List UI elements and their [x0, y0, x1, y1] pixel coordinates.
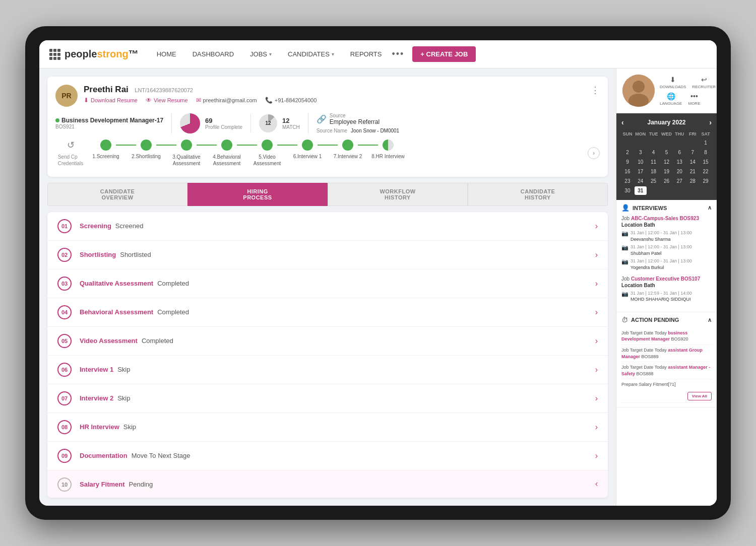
cal-day-12[interactable]: 12 — [661, 158, 673, 166]
step-row-video[interactable]: 05 Video Assessment Completed › — [47, 327, 608, 356]
cal-day-2[interactable]: 2 — [621, 148, 634, 157]
right-sidebar: ⬇ DOWNLOADS ↩ RECRUITER 🌐 LANGUAG — [616, 69, 717, 506]
step-row-screening[interactable]: 01 Screening Screened › — [47, 212, 608, 241]
cal-day-empty-4 — [661, 139, 673, 147]
cal-day-5[interactable]: 5 — [661, 148, 673, 157]
cal-day-3[interactable]: 3 — [635, 148, 647, 157]
sidebar-profile-section: ⬇ DOWNLOADS ↩ RECRUITER 🌐 LANGUAG — [616, 69, 717, 113]
cal-day-22[interactable]: 22 — [700, 167, 712, 176]
cal-day-1[interactable]: 1 — [700, 139, 712, 147]
step-chevron-4: › — [595, 308, 598, 317]
nav-candidates[interactable]: CANDIDATES▾ — [282, 47, 340, 61]
step-row-documentation[interactable]: 09 Documentation Move To Next Stage › — [47, 442, 608, 470]
cal-day-15[interactable]: 15 — [700, 158, 712, 166]
cal-day-24[interactable]: 24 — [635, 177, 647, 185]
pipeline-interview2[interactable]: 7.Interview 2 — [328, 140, 368, 159]
create-job-button[interactable]: + CREATE JOB — [412, 46, 476, 62]
cal-day-9[interactable]: 9 — [621, 158, 634, 166]
step-title-7: Interview 2 — [80, 394, 113, 402]
cal-day-30[interactable]: 30 — [621, 186, 634, 195]
cal-day-empty-7 — [648, 186, 660, 195]
candidate-card: PR Preethi Rai LNT/164239887620072 ⬇ Do — [47, 77, 608, 177]
cal-day-21[interactable]: 21 — [686, 167, 699, 176]
cal-day-10[interactable]: 10 — [635, 158, 647, 166]
tab-candidate-history[interactable]: CANDIDATE HISTORY — [468, 183, 608, 206]
pipeline-next-btn[interactable]: › — [588, 147, 600, 159]
pipeline-shortlisting[interactable]: 2.Shortlisting — [126, 140, 166, 159]
cal-day-28[interactable]: 28 — [686, 177, 699, 185]
cal-day-25[interactable]: 25 — [648, 177, 660, 185]
cal-day-23[interactable]: 23 — [621, 177, 634, 185]
tab-workflow-history[interactable]: WORKFLOW HISTORY — [328, 183, 468, 206]
sidebar-language-btn[interactable]: 🌐 LANGUAGE — [660, 92, 682, 106]
cal-day-20[interactable]: 20 — [673, 167, 685, 176]
nav-jobs[interactable]: JOBS▾ — [244, 47, 278, 61]
cal-day-16[interactable]: 16 — [621, 167, 634, 176]
pipeline-behavioral[interactable]: 4.Behavioral Assessment — [207, 140, 247, 167]
candidate-more-icon[interactable]: ⋮ — [591, 85, 600, 96]
cal-day-26[interactable]: 26 — [661, 177, 673, 185]
cal-day-11[interactable]: 11 — [648, 158, 660, 166]
cal-day-29[interactable]: 29 — [700, 177, 712, 185]
cal-day-17[interactable]: 17 — [635, 167, 647, 176]
tab-candidate-overview[interactable]: CANDIDATE OVERVIEW — [47, 183, 187, 206]
cal-prev-btn[interactable]: ‹ — [621, 118, 624, 126]
download-resume-link[interactable]: ⬇ Download Resume — [84, 97, 138, 104]
nav-home[interactable]: HOME — [151, 47, 182, 61]
sidebar-more-btn[interactable]: ••• MORE — [688, 92, 700, 106]
nav-reports[interactable]: REPORTS — [344, 47, 388, 61]
cal-next-btn[interactable]: › — [709, 118, 712, 126]
candidate-id: LNT/164239887620072 — [135, 87, 193, 93]
step-title-4: Behavioral Assessment — [80, 308, 153, 316]
view-all-btn[interactable]: View All — [687, 392, 712, 400]
pipeline-dot-hr — [383, 140, 394, 151]
cal-day-8[interactable]: 8 — [700, 148, 712, 157]
pipeline-qualitative[interactable]: 3.Qualitative Assessment — [166, 140, 207, 167]
more-icon-sidebar: ••• — [690, 92, 698, 100]
step-row-salary-fitment[interactable]: 10 Salary Fitment Pending › — [47, 470, 608, 498]
recruiter-icon: ↩ — [701, 76, 707, 84]
nav-more-dots[interactable]: ••• — [392, 49, 404, 59]
nav-dashboard[interactable]: DASHBOARD — [186, 47, 240, 61]
cal-day-13[interactable]: 13 — [673, 158, 685, 166]
step-row-hr-interview[interactable]: 08 HR Interview Skip › — [47, 413, 608, 442]
cal-day-empty-1 — [621, 139, 634, 147]
cal-day-14[interactable]: 14 — [686, 158, 699, 166]
step-row-qualitative[interactable]: 03 Qualitative Assessment Completed › — [47, 269, 608, 298]
cal-label-sat: SAT — [700, 130, 712, 138]
view-resume-link[interactable]: 👁 View Resume — [146, 97, 188, 104]
step-row-behavioral[interactable]: 04 Behavioral Assessment Completed › — [47, 298, 608, 327]
cal-day-7[interactable]: 7 — [686, 148, 699, 157]
phone-link[interactable]: 📞 +91-8842054000 — [265, 97, 317, 104]
cal-day-31[interactable]: 31 — [635, 186, 647, 195]
action-item-1: Job Target Date Today business Developme… — [621, 328, 712, 345]
cal-day-27[interactable]: 27 — [673, 177, 685, 185]
interviews-collapse-btn[interactable]: ∧ — [708, 204, 712, 211]
tab-hiring-process[interactable]: HIRING PROCESS — [187, 183, 328, 206]
step-num-9: 09 — [57, 449, 72, 463]
email-link[interactable]: ✉ preethirai@gmail.com — [196, 97, 257, 104]
sidebar-recruiter-btn[interactable]: ↩ RECRUITER — [692, 76, 716, 89]
svg-point-1 — [633, 81, 645, 93]
step-row-interview2[interactable]: 07 Interview 2 Skip › — [47, 384, 608, 413]
cal-day-6[interactable]: 6 — [673, 148, 685, 157]
step-num-5: 05 — [57, 334, 72, 348]
step-title-9: Documentation — [80, 452, 128, 459]
step-row-interview1[interactable]: 06 Interview 1 Skip › — [47, 356, 608, 384]
cal-day-4[interactable]: 4 — [648, 148, 660, 157]
action-pending-collapse-btn[interactable]: ∧ — [708, 317, 712, 323]
eye-icon: 👁 — [146, 97, 152, 104]
language-icon: 🌐 — [667, 92, 675, 100]
pipeline-interview1[interactable]: 6.Interview 1 — [287, 140, 328, 159]
interviews-title: INTERVIEWS — [633, 205, 667, 211]
cal-day-18[interactable]: 18 — [648, 167, 660, 176]
pipeline-hr-interview[interactable]: 8.HR Interview — [368, 140, 408, 159]
sidebar-downloads-btn[interactable]: ⬇ DOWNLOADS — [660, 76, 686, 89]
pipeline-screening[interactable]: 1.Screening — [86, 140, 126, 159]
download-icon-sidebar: ⬇ — [670, 76, 676, 84]
step-row-shortlisting[interactable]: 02 Shortlisting Shortlisted › — [47, 241, 608, 269]
pipeline-video[interactable]: 5.Video Assessment — [247, 140, 287, 167]
cal-day-19[interactable]: 19 — [661, 167, 673, 176]
profile-label: Profile Complete — [205, 124, 242, 130]
tabs-row: CANDIDATE OVERVIEW HIRING PROCESS WORKFL… — [47, 183, 608, 206]
